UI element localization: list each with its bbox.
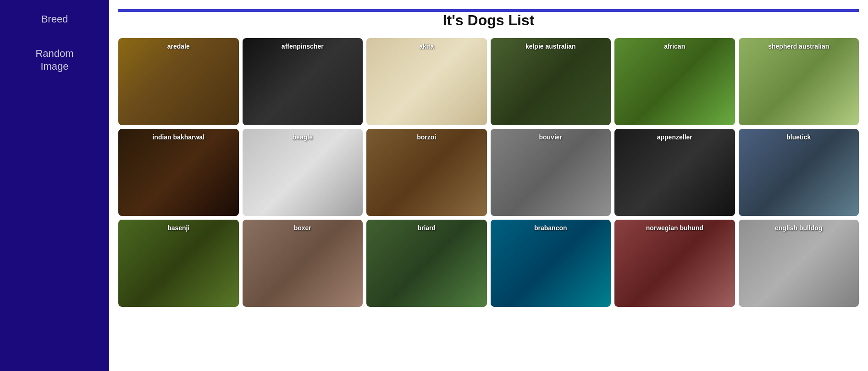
dog-card-appenzeller[interactable]: appenzeller — [614, 129, 735, 216]
dog-label-akita: akita — [366, 42, 487, 51]
dog-card-indian-bakharwal[interactable]: indian bakharwal — [118, 129, 239, 216]
sidebar-item-random-image[interactable]: RandomImage — [28, 44, 81, 77]
dog-label-bluetick: bluetick — [739, 133, 859, 142]
dog-grid: aredaleaffenpinscherakitakelpie australi… — [118, 38, 859, 307]
dog-label-basenji: basenji — [118, 223, 239, 233]
dog-label-affenpinscher: affenpinscher — [243, 42, 363, 51]
dog-label-appenzeller: appenzeller — [614, 133, 735, 142]
sidebar: Breed RandomImage — [0, 0, 109, 371]
dog-label-briard: briard — [366, 223, 487, 233]
dog-card-beagle[interactable]: beagle — [243, 129, 363, 216]
dog-card-brabancon[interactable]: brabancon — [491, 220, 611, 307]
dog-label-brabancon: brabancon — [491, 223, 611, 233]
dog-card-borzoi[interactable]: borzoi — [366, 129, 487, 216]
dog-card-kelpie-australian[interactable]: kelpie australian — [491, 38, 611, 125]
dog-card-briard[interactable]: briard — [366, 220, 487, 307]
dog-card-aredale[interactable]: aredale — [118, 38, 239, 125]
dog-card-akita[interactable]: akita — [366, 38, 487, 125]
dog-card-basenji[interactable]: basenji — [118, 220, 239, 307]
dog-card-boxer[interactable]: boxer — [243, 220, 363, 307]
dog-label-borzoi: borzoi — [366, 133, 487, 142]
dog-label-norwegian-buhund: norwegian buhund — [614, 223, 735, 233]
dog-card-african[interactable]: african — [614, 38, 735, 125]
dog-label-beagle: beagle — [243, 133, 363, 142]
dog-card-norwegian-buhund[interactable]: norwegian buhund — [614, 220, 735, 307]
dog-label-indian-bakharwal: indian bakharwal — [118, 133, 239, 142]
top-bar — [118, 9, 859, 12]
dog-label-african: african — [614, 42, 735, 51]
dog-card-english-bulldog[interactable]: english bulldog — [739, 220, 859, 307]
dog-label-english-bulldog: english bulldog — [739, 223, 859, 233]
dog-label-bouvier: bouvier — [491, 133, 611, 142]
dog-label-shepherd-australian: shepherd australian — [739, 42, 859, 51]
dog-card-shepherd-australian[interactable]: shepherd australian — [739, 38, 859, 125]
dog-label-aredale: aredale — [118, 42, 239, 51]
dog-card-affenpinscher[interactable]: affenpinscher — [243, 38, 363, 125]
sidebar-item-breed[interactable]: Breed — [34, 9, 76, 30]
dog-label-boxer: boxer — [243, 223, 363, 233]
main-content: It's Dogs List aredaleaffenpinscherakita… — [109, 0, 868, 371]
dog-card-bouvier[interactable]: bouvier — [491, 129, 611, 216]
page-title: It's Dogs List — [118, 12, 859, 29]
dog-label-kelpie-australian: kelpie australian — [491, 42, 611, 51]
dog-card-bluetick[interactable]: bluetick — [739, 129, 859, 216]
